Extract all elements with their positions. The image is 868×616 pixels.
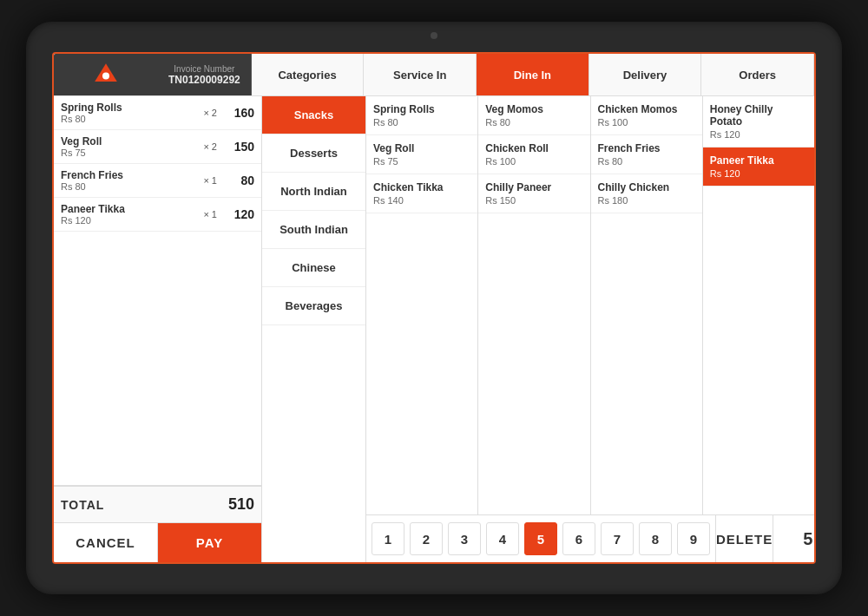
num-key-7[interactable]: 7 — [601, 522, 634, 555]
menu-item-price: Rs 180 — [598, 195, 695, 206]
order-item-price: Rs 120 — [61, 215, 193, 226]
num-key-5[interactable]: 5 — [524, 522, 557, 555]
menu-item-price: Rs 140 — [373, 195, 470, 206]
order-item-total: 80 — [224, 174, 254, 187]
header-delivery[interactable]: Delivery — [589, 54, 702, 95]
order-item-name: French Fries — [61, 169, 193, 181]
menu-column: Spring Rolls Rs 80 Veg Roll Rs 75 Chicke… — [366, 96, 478, 514]
menu-item-name: Chicken Momos — [598, 103, 695, 115]
menu-item[interactable]: French Fries Rs 80 — [591, 135, 702, 174]
order-item-price: Rs 80 — [61, 181, 193, 192]
numpad-area: 123456789 DELETE 5 ADD — [366, 514, 814, 562]
category-item[interactable]: Chinese — [262, 249, 365, 287]
menu-item-price: Rs 100 — [598, 117, 695, 128]
menu-item[interactable]: Paneer Tikka Rs 120 — [703, 147, 814, 187]
menu-item[interactable]: Chicken Momos Rs 100 — [591, 96, 702, 135]
order-panel: Spring Rolls Rs 80 × 2 160 Veg Roll Rs 7… — [54, 96, 262, 562]
menu-column: Chicken Momos Rs 100 French Fries Rs 80 … — [591, 96, 703, 514]
menu-item-price: Rs 80 — [485, 117, 582, 128]
numpad-keys: 123456789 — [366, 515, 715, 562]
menu-item[interactable]: Spring Rolls Rs 80 — [366, 96, 477, 135]
pay-button[interactable]: PAY — [158, 523, 261, 562]
order-item-price: Rs 80 — [61, 114, 193, 124]
order-item-name: Spring Rolls — [61, 102, 193, 114]
main-content: Spring Rolls Rs 80 × 2 160 Veg Roll Rs 7… — [54, 96, 814, 562]
svg-point-1 — [102, 73, 109, 80]
menu-item[interactable]: Chilly Chicken Rs 180 — [591, 174, 702, 213]
menu-item-name: Chilly Chicken — [598, 181, 695, 193]
num-key-8[interactable]: 8 — [639, 522, 672, 555]
menu-item[interactable]: Chilly Paneer Rs 150 — [478, 174, 589, 213]
menu-item-price: Rs 100 — [485, 156, 582, 167]
num-key-6[interactable]: 6 — [562, 522, 595, 555]
header-row: Invoice Number TN0120009292 Categories S… — [54, 54, 814, 96]
order-item-total: 150 — [224, 140, 254, 154]
order-item[interactable]: Veg Roll Rs 75 × 2 150 — [54, 130, 261, 164]
menu-item-name: Spring Rolls — [373, 103, 470, 115]
category-item[interactable]: North Indian — [262, 173, 365, 211]
order-items-list: Spring Rolls Rs 80 × 2 160 Veg Roll Rs 7… — [54, 96, 261, 485]
category-item[interactable]: Beverages — [262, 287, 365, 325]
screen: Invoice Number TN0120009292 Categories S… — [52, 52, 816, 564]
menu-item-price: Rs 80 — [598, 156, 695, 167]
menu-column: Veg Momos Rs 80 Chicken Roll Rs 100 Chil… — [478, 96, 590, 514]
menu-item-name: Paneer Tikka — [710, 154, 807, 167]
invoice-label: Invoice Number — [174, 64, 234, 74]
num-key-9[interactable]: 9 — [677, 522, 710, 555]
order-item-name: Paneer Tikka — [61, 203, 193, 215]
order-item-total: 120 — [224, 207, 254, 221]
menu-column: Honey Chilly Potato Rs 120 Paneer Tikka … — [703, 96, 814, 514]
menu-item-price: Rs 80 — [373, 117, 470, 128]
logo-icon — [92, 61, 120, 88]
order-total-row: TOTAL 510 — [54, 485, 261, 522]
category-item[interactable]: Desserts — [262, 134, 365, 173]
menu-item-name: Chilly Paneer — [485, 181, 582, 193]
cancel-button[interactable]: CANCEL — [54, 523, 158, 562]
num-key-4[interactable]: 4 — [486, 522, 519, 555]
order-item-total: 160 — [224, 106, 254, 120]
order-item-info: Spring Rolls Rs 80 — [61, 102, 193, 124]
total-label: TOTAL — [61, 498, 104, 512]
menu-item[interactable]: Veg Roll Rs 75 — [366, 135, 477, 174]
menu-grid: Spring Rolls Rs 80 Veg Roll Rs 75 Chicke… — [366, 96, 814, 514]
category-item[interactable]: South Indian — [262, 211, 365, 249]
order-item-info: Paneer Tikka Rs 120 — [61, 203, 193, 226]
menu-item[interactable]: Veg Momos Rs 80 — [478, 96, 589, 135]
delete-button[interactable]: DELETE — [715, 515, 773, 562]
categories-panel: SnacksDessertsNorth IndianSouth IndianCh… — [262, 96, 366, 562]
header-service-in: Service In — [364, 54, 477, 95]
order-item-info: French Fries Rs 80 — [61, 169, 193, 192]
menu-item-price: Rs 120 — [710, 168, 807, 179]
menu-item[interactable]: Honey Chilly Potato Rs 120 — [703, 96, 814, 147]
menu-item-price: Rs 150 — [485, 195, 582, 206]
header-orders: Orders — [701, 54, 814, 95]
menu-item-name: Veg Roll — [373, 142, 470, 154]
qty-display: 5 — [773, 515, 814, 562]
menu-item-price: Rs 75 — [373, 156, 470, 167]
order-item-qty: × 1 — [193, 209, 217, 220]
menu-item-name: Chicken Tikka — [373, 181, 470, 193]
category-item[interactable]: Snacks — [262, 96, 365, 134]
num-key-1[interactable]: 1 — [372, 522, 404, 555]
order-item[interactable]: Spring Rolls Rs 80 × 2 160 — [54, 96, 261, 130]
order-item-price: Rs 75 — [61, 147, 193, 158]
total-amount: 510 — [228, 495, 254, 514]
menu-item[interactable]: Chicken Tikka Rs 140 — [366, 174, 477, 213]
invoice-area: Invoice Number TN0120009292 — [158, 54, 252, 95]
invoice-number: TN0120009292 — [168, 74, 240, 86]
order-actions: CANCEL PAY — [54, 522, 261, 562]
menu-item-name: Honey Chilly Potato — [710, 103, 807, 128]
num-key-3[interactable]: 3 — [448, 522, 481, 555]
logo-area — [54, 54, 158, 95]
order-item-qty: × 2 — [193, 108, 217, 118]
order-item[interactable]: Paneer Tikka Rs 120 × 1 120 — [54, 198, 261, 232]
num-key-2[interactable]: 2 — [410, 522, 443, 555]
order-item-qty: × 2 — [193, 141, 217, 152]
menu-item-name: Veg Momos — [485, 103, 582, 115]
header-dine-in[interactable]: Dine In — [477, 54, 589, 95]
header-categories: Categories — [252, 54, 365, 95]
order-item[interactable]: French Fries Rs 80 × 1 80 — [54, 164, 261, 198]
menu-item[interactable]: Chicken Roll Rs 100 — [478, 135, 589, 174]
menu-item-name: Chicken Roll — [485, 142, 582, 154]
menu-area: Spring Rolls Rs 80 Veg Roll Rs 75 Chicke… — [366, 96, 814, 562]
